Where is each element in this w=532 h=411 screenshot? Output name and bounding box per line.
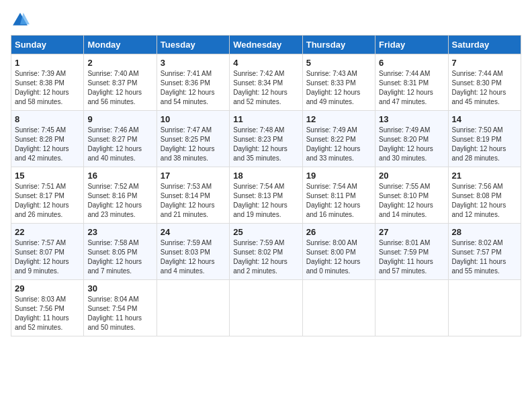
day-info: Sunrise: 7:46 AMSunset: 8:27 PMDaylight:… bbox=[87, 126, 142, 162]
calendar-cell bbox=[302, 280, 375, 336]
calendar-table: SundayMondayTuesdayWednesdayThursdayFrid… bbox=[11, 35, 521, 336]
day-info: Sunrise: 7:51 AMSunset: 8:17 PMDaylight:… bbox=[15, 183, 69, 218]
calendar-week-2: 8 Sunrise: 7:45 AMSunset: 8:28 PMDayligh… bbox=[11, 111, 521, 167]
calendar-cell: 24 Sunrise: 7:59 AMSunset: 8:03 PMDaylig… bbox=[157, 224, 229, 280]
calendar-cell: 7 Sunrise: 7:44 AMSunset: 8:30 PMDayligh… bbox=[448, 54, 521, 111]
weekday-header-friday: Friday bbox=[375, 36, 448, 54]
day-number: 20 bbox=[379, 171, 444, 181]
calendar-cell: 25 Sunrise: 7:59 AMSunset: 8:02 PMDaylig… bbox=[230, 224, 302, 280]
calendar-cell bbox=[375, 280, 448, 336]
day-number: 1 bbox=[15, 58, 80, 68]
day-info: Sunrise: 7:48 AMSunset: 8:23 PMDaylight:… bbox=[233, 126, 287, 162]
calendar-cell: 2 Sunrise: 7:40 AMSunset: 8:37 PMDayligh… bbox=[84, 54, 157, 111]
day-number: 9 bbox=[87, 114, 152, 124]
day-info: Sunrise: 8:01 AMSunset: 7:59 PMDaylight:… bbox=[379, 239, 433, 275]
day-info: Sunrise: 7:43 AMSunset: 8:33 PMDaylight:… bbox=[306, 70, 361, 105]
day-info: Sunrise: 7:40 AMSunset: 8:37 PMDaylight:… bbox=[87, 70, 142, 105]
calendar-cell: 4 Sunrise: 7:42 AMSunset: 8:34 PMDayligh… bbox=[230, 54, 302, 111]
weekday-header-thursday: Thursday bbox=[302, 36, 375, 54]
calendar-cell: 11 Sunrise: 7:48 AMSunset: 8:23 PMDaylig… bbox=[230, 111, 302, 167]
day-number: 3 bbox=[161, 58, 226, 68]
calendar-cell: 5 Sunrise: 7:43 AMSunset: 8:33 PMDayligh… bbox=[302, 54, 375, 111]
calendar-cell: 27 Sunrise: 8:01 AMSunset: 7:59 PMDaylig… bbox=[375, 224, 448, 280]
day-number: 6 bbox=[379, 58, 444, 68]
day-info: Sunrise: 7:54 AMSunset: 8:11 PMDaylight:… bbox=[306, 183, 361, 218]
day-number: 25 bbox=[233, 227, 298, 237]
logo bbox=[11, 11, 32, 30]
day-number: 12 bbox=[306, 114, 371, 124]
weekday-header-monday: Monday bbox=[84, 36, 157, 54]
calendar-cell: 21 Sunrise: 7:56 AMSunset: 8:08 PMDaylig… bbox=[448, 167, 521, 224]
weekday-header-wednesday: Wednesday bbox=[230, 36, 302, 54]
day-info: Sunrise: 7:49 AMSunset: 8:20 PMDaylight:… bbox=[379, 126, 433, 162]
calendar-cell bbox=[230, 280, 302, 336]
day-info: Sunrise: 7:55 AMSunset: 8:10 PMDaylight:… bbox=[379, 183, 433, 218]
calendar-week-3: 15 Sunrise: 7:51 AMSunset: 8:17 PMDaylig… bbox=[11, 167, 521, 224]
day-number: 21 bbox=[452, 171, 517, 181]
day-info: Sunrise: 7:52 AMSunset: 8:16 PMDaylight:… bbox=[87, 183, 142, 218]
calendar-cell: 23 Sunrise: 7:58 AMSunset: 8:05 PMDaylig… bbox=[84, 224, 157, 280]
logo-icon bbox=[11, 11, 30, 30]
day-number: 8 bbox=[15, 114, 80, 124]
day-number: 24 bbox=[161, 227, 226, 237]
day-number: 23 bbox=[87, 227, 152, 237]
calendar-cell: 13 Sunrise: 7:49 AMSunset: 8:20 PMDaylig… bbox=[375, 111, 448, 167]
calendar-cell: 30 Sunrise: 8:04 AMSunset: 7:54 PMDaylig… bbox=[84, 280, 157, 336]
day-info: Sunrise: 7:53 AMSunset: 8:14 PMDaylight:… bbox=[161, 183, 215, 218]
day-number: 26 bbox=[306, 227, 371, 237]
calendar-week-1: 1 Sunrise: 7:39 AMSunset: 8:38 PMDayligh… bbox=[11, 54, 521, 111]
calendar-cell: 20 Sunrise: 7:55 AMSunset: 8:10 PMDaylig… bbox=[375, 167, 448, 224]
calendar-cell: 1 Sunrise: 7:39 AMSunset: 8:38 PMDayligh… bbox=[11, 54, 84, 111]
day-info: Sunrise: 7:59 AMSunset: 8:02 PMDaylight:… bbox=[233, 239, 287, 275]
day-number: 2 bbox=[87, 58, 152, 68]
calendar-cell: 19 Sunrise: 7:54 AMSunset: 8:11 PMDaylig… bbox=[302, 167, 375, 224]
calendar-cell: 12 Sunrise: 7:49 AMSunset: 8:22 PMDaylig… bbox=[302, 111, 375, 167]
day-info: Sunrise: 8:03 AMSunset: 7:56 PMDaylight:… bbox=[15, 295, 69, 331]
day-info: Sunrise: 8:00 AMSunset: 8:00 PMDaylight:… bbox=[306, 239, 361, 275]
day-number: 18 bbox=[233, 171, 298, 181]
calendar-cell: 8 Sunrise: 7:45 AMSunset: 8:28 PMDayligh… bbox=[11, 111, 84, 167]
day-info: Sunrise: 7:45 AMSunset: 8:28 PMDaylight:… bbox=[15, 126, 69, 162]
day-info: Sunrise: 7:39 AMSunset: 8:38 PMDaylight:… bbox=[15, 70, 69, 105]
day-info: Sunrise: 7:41 AMSunset: 8:36 PMDaylight:… bbox=[161, 70, 215, 105]
calendar-cell: 9 Sunrise: 7:46 AMSunset: 8:27 PMDayligh… bbox=[84, 111, 157, 167]
calendar-cell: 10 Sunrise: 7:47 AMSunset: 8:25 PMDaylig… bbox=[157, 111, 229, 167]
weekday-header-saturday: Saturday bbox=[448, 36, 521, 54]
day-info: Sunrise: 8:04 AMSunset: 7:54 PMDaylight:… bbox=[87, 295, 142, 331]
calendar-cell: 17 Sunrise: 7:53 AMSunset: 8:14 PMDaylig… bbox=[157, 167, 229, 224]
calendar-week-5: 29 Sunrise: 8:03 AMSunset: 7:56 PMDaylig… bbox=[11, 280, 521, 336]
calendar-cell: 15 Sunrise: 7:51 AMSunset: 8:17 PMDaylig… bbox=[11, 167, 84, 224]
day-number: 22 bbox=[15, 227, 80, 237]
day-info: Sunrise: 8:02 AMSunset: 7:57 PMDaylight:… bbox=[452, 239, 506, 275]
day-info: Sunrise: 7:50 AMSunset: 8:19 PMDaylight:… bbox=[452, 126, 506, 162]
calendar-cell: 18 Sunrise: 7:54 AMSunset: 8:13 PMDaylig… bbox=[230, 167, 302, 224]
day-info: Sunrise: 7:44 AMSunset: 8:30 PMDaylight:… bbox=[452, 70, 506, 105]
calendar-cell: 28 Sunrise: 8:02 AMSunset: 7:57 PMDaylig… bbox=[448, 224, 521, 280]
day-number: 17 bbox=[161, 171, 226, 181]
day-number: 13 bbox=[379, 114, 444, 124]
calendar-cell: 6 Sunrise: 7:44 AMSunset: 8:31 PMDayligh… bbox=[375, 54, 448, 111]
calendar-cell: 14 Sunrise: 7:50 AMSunset: 8:19 PMDaylig… bbox=[448, 111, 521, 167]
day-number: 15 bbox=[15, 171, 80, 181]
day-number: 5 bbox=[306, 58, 371, 68]
calendar-cell bbox=[448, 280, 521, 336]
calendar-cell: 3 Sunrise: 7:41 AMSunset: 8:36 PMDayligh… bbox=[157, 54, 229, 111]
weekday-header-tuesday: Tuesday bbox=[157, 36, 229, 54]
weekday-header-sunday: Sunday bbox=[11, 36, 84, 54]
day-number: 29 bbox=[15, 283, 80, 293]
calendar-cell bbox=[157, 280, 229, 336]
day-number: 16 bbox=[87, 171, 152, 181]
day-number: 4 bbox=[233, 58, 298, 68]
day-number: 30 bbox=[87, 283, 152, 293]
day-number: 28 bbox=[452, 227, 517, 237]
day-info: Sunrise: 7:57 AMSunset: 8:07 PMDaylight:… bbox=[15, 239, 69, 275]
calendar-week-4: 22 Sunrise: 7:57 AMSunset: 8:07 PMDaylig… bbox=[11, 224, 521, 280]
day-info: Sunrise: 7:59 AMSunset: 8:03 PMDaylight:… bbox=[161, 239, 215, 275]
calendar-cell: 16 Sunrise: 7:52 AMSunset: 8:16 PMDaylig… bbox=[84, 167, 157, 224]
day-info: Sunrise: 7:47 AMSunset: 8:25 PMDaylight:… bbox=[161, 126, 215, 162]
calendar-cell: 26 Sunrise: 8:00 AMSunset: 8:00 PMDaylig… bbox=[302, 224, 375, 280]
day-info: Sunrise: 7:56 AMSunset: 8:08 PMDaylight:… bbox=[452, 183, 506, 218]
day-number: 19 bbox=[306, 171, 371, 181]
day-number: 7 bbox=[452, 58, 517, 68]
day-number: 27 bbox=[379, 227, 444, 237]
